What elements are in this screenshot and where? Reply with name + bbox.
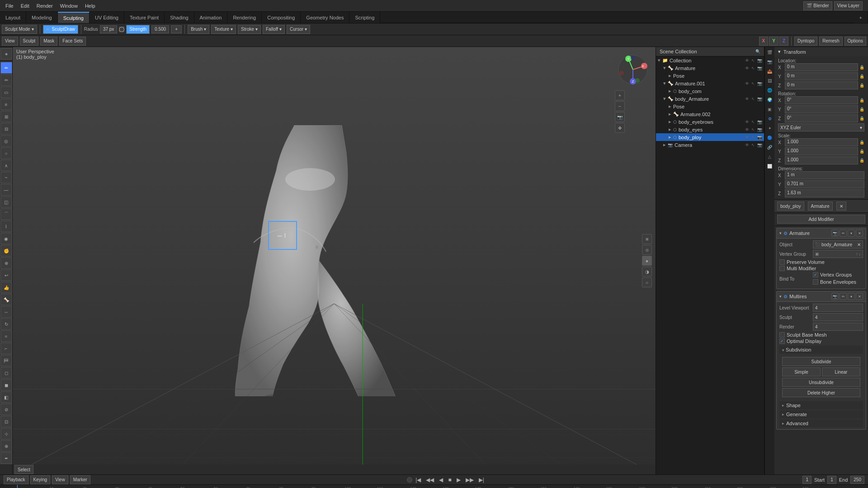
outliner-body-com[interactable]: ▸ ⬡ body_com [656,87,764,95]
rendered-shading-btn[interactable]: ○ [642,277,652,287]
preserve-volume-check[interactable]: Preserve Volume [779,259,863,265]
box-mask[interactable]: ⊡ [0,416,12,427]
armature-obj-close[interactable]: ✕ [857,242,861,247]
multires-down-icon[interactable]: ▾ [848,293,855,300]
brush-name[interactable]: ✏ SculptDraw [43,25,78,34]
draw-brush[interactable]: ✏ [0,62,12,74]
strength-btn[interactable]: Strength [126,25,150,34]
material-shading-btn[interactable]: ◑ [642,267,652,277]
brush-settings-btn[interactable]: Brush ▾ [188,25,209,34]
delete-higher-btn[interactable]: Delete Higher [782,388,860,397]
transform-header[interactable]: ▾ Transform [774,47,868,56]
rotation-z-value[interactable]: 0° [785,114,858,122]
tab-geometry-nodes[interactable]: Geometry Nodes [301,12,349,23]
sculpt-base-mesh-checkbox[interactable] [779,332,785,338]
slide-relax-brush[interactable]: ≈ [0,330,12,342]
outliner-pose-1[interactable]: ▸ Pose [656,72,764,80]
tab-modeling[interactable]: Modeling [26,12,58,23]
overlays-btn[interactable]: ⊞ [642,234,652,244]
step-back-btn[interactable]: ◀◀ [424,476,436,483]
subdivide-btn[interactable]: Subdivide [782,357,860,366]
x-constraint-btn[interactable]: X [759,37,769,46]
options-btn[interactable]: Options [844,37,866,46]
location-x-lock[interactable]: 🔒 [859,65,864,70]
render-icon-4[interactable]: 📷 [757,119,762,125]
inflate-brush[interactable]: ◎ [0,135,12,147]
elastic-deform-brush[interactable]: ⊕ [0,257,12,269]
rotation-y-value[interactable]: 0° [785,105,858,113]
select-icon-6[interactable]: ↖ [750,135,756,140]
location-y-value[interactable]: 0 m [785,72,858,80]
bone-envelopes-check[interactable]: Bone Envelopes [813,279,863,285]
timeline-track-area[interactable]: 1 10 20 30 40 50 60 70 80 90 100 110 [0,485,868,488]
outliner-body-armature[interactable]: ▾ 🦴 body_Armature 👁 ↖ 📷 [656,95,764,103]
jump-start-btn[interactable]: |◀ [414,476,423,483]
outliner-collection[interactable]: ▾ 📁 Collection 👁 ↖ 📷 [656,56,764,64]
menu-edit[interactable]: Edit [17,2,33,9]
scale-z-value[interactable]: 1.000 [785,156,858,164]
tab-layout[interactable]: Layout [0,12,26,23]
mask-brush[interactable]: ◼ [0,379,12,391]
scene-props-icon2[interactable]: 🌐 [765,86,774,95]
render-level-field[interactable]: 4 [813,323,863,331]
select-icon-3[interactable]: ↖ [750,96,756,102]
scale-z-lock[interactable]: 🔒 [859,158,864,163]
tab-uv-editing[interactable]: UV Editing [90,12,124,23]
eye-icon-7[interactable]: 👁 [744,142,750,148]
armature-selector[interactable]: Armature [808,202,833,211]
tab-rendering[interactable]: Rendering [227,12,262,23]
rotation-mode-selector[interactable]: XYZ Euler ▾ [778,123,864,131]
object-data-props-icon[interactable]: △ [765,152,774,161]
restrict-select-icon[interactable]: ↖ [750,58,756,63]
zoom-out-btn[interactable]: − [615,101,625,111]
crease-brush[interactable]: ∧ [0,160,12,171]
remesh-btn[interactable]: Remesh [819,37,842,46]
move-tool[interactable]: ⊹ [0,428,12,440]
cloth-brush[interactable]: ⛿ [0,355,12,366]
generate-section-header[interactable]: ▸ Generate [779,410,863,418]
tab-scripting[interactable]: Scripting [349,12,380,23]
radius-toggle[interactable]: ◯ [119,27,124,32]
marker-btn[interactable]: Marker [70,475,90,484]
advanced-section-header[interactable]: ▸ Advanced [779,419,863,427]
current-frame[interactable]: 1 [802,476,811,484]
layer-brush[interactable]: ⊟ [0,123,12,135]
mode-icon[interactable]: ◈ [0,48,12,60]
select-icon-2[interactable]: ↖ [750,81,756,86]
strength-add-btn[interactable]: + [171,25,182,33]
annotate-tool[interactable]: ✒ [0,452,12,464]
z-constraint-btn[interactable]: Z [779,37,788,46]
tab-add[interactable]: + [854,12,868,23]
location-z-lock[interactable]: 🔒 [859,83,864,88]
sculpt-base-mesh-check[interactable]: Sculpt Base Mesh [779,332,863,338]
rotation-x-lock[interactable]: 🔒 [859,98,864,103]
pan-btn[interactable]: ✥ [615,123,625,133]
view-layer-props-icon[interactable]: 🖼 [765,76,774,85]
strength-value[interactable]: 0.500 [151,25,169,33]
timeline-ruler-area[interactable]: 10 20 30 40 50 60 70 80 90 100 110 120 1… [17,485,868,488]
simplify-brush[interactable]: ◻ [0,367,12,379]
dyntopo-btn[interactable]: Dyntopo [794,37,817,46]
view-btn[interactable]: View [2,37,18,46]
rotate-brush[interactable]: ↻ [0,318,12,330]
view-btn-tl[interactable]: View [52,475,68,484]
dim-x-value[interactable]: 1 m [785,171,864,179]
select-icon-4[interactable]: ↖ [750,119,756,125]
armature-vertgroup-field[interactable]: ▣ ↑ ↓ [813,250,863,258]
armature-mod-camera-icon[interactable]: 📷 [831,230,839,237]
step-forward-btn[interactable]: ▶▶ [464,476,476,483]
mask-btn[interactable]: Mask [40,37,57,46]
dim-y-value[interactable]: 0.701 m [785,180,864,188]
outliner-filter-icon[interactable]: 🔍 [755,49,760,54]
outliner-armature-001[interactable]: ▾ 🦴 Armature.001 👁 ↖ 📷 [656,80,764,87]
menu-render[interactable]: Render [33,2,57,9]
viewport-3d[interactable]: User Perspective (1) body_ploy [13,47,656,474]
keying-btn[interactable]: Keying [30,475,51,484]
multires-displacement-eraser[interactable]: ⊘ [0,404,12,415]
view-layer-selector[interactable]: View Layer [834,1,863,10]
pose-brush[interactable]: 🦴 [0,294,12,305]
clay-brush[interactable]: ▭ [0,86,12,98]
preserve-volume-checkbox[interactable] [779,259,785,265]
play-btn[interactable]: ▶ [455,476,462,483]
unsubdivide-btn[interactable]: Unsubdivide [782,378,860,387]
